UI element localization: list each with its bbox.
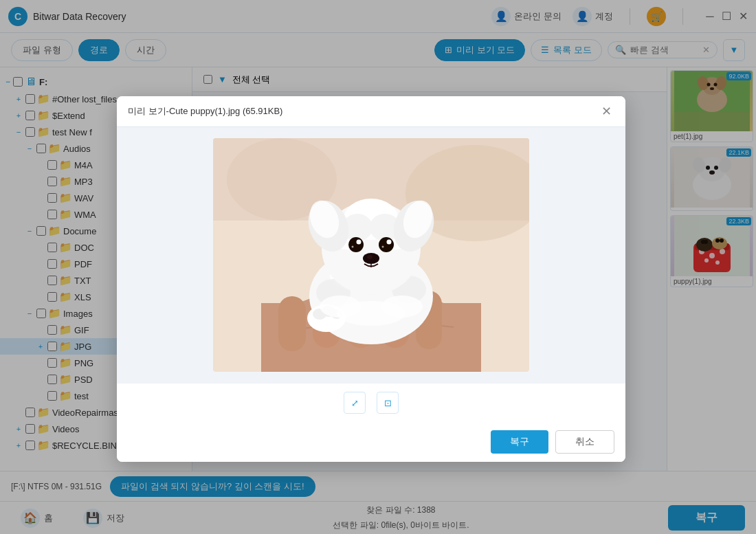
- svg-rect-37: [278, 296, 306, 351]
- modal-recover-button[interactable]: 복구: [491, 430, 548, 454]
- actual-size-button[interactable]: ⊡: [377, 392, 399, 414]
- fit-icon: ⤢: [351, 398, 359, 408]
- svg-point-62: [352, 246, 354, 248]
- svg-point-59: [379, 237, 394, 252]
- svg-point-72: [381, 296, 423, 318]
- modal-body: [117, 127, 625, 383]
- modal-actions: 복구 취소: [117, 422, 625, 462]
- svg-point-60: [357, 240, 362, 245]
- actual-size-icon: ⊡: [384, 398, 392, 408]
- preview-image: [213, 138, 529, 372]
- svg-point-63: [382, 246, 384, 248]
- modal-overlay: 미리 보기-Cute puppy(1).jpg (65.91KB) ✕: [0, 0, 756, 534]
- svg-point-65: [367, 255, 373, 259]
- modal-close-button[interactable]: ✕: [598, 103, 614, 120]
- fit-screen-button[interactable]: ⤢: [344, 392, 366, 414]
- svg-point-61: [387, 240, 392, 245]
- modal-header: 미리 보기-Cute puppy(1).jpg (65.91KB) ✕: [117, 96, 625, 127]
- modal-title: 미리 보기-Cute puppy(1).jpg (65.91KB): [128, 105, 598, 118]
- preview-modal: 미리 보기-Cute puppy(1).jpg (65.91KB) ✕: [117, 96, 625, 462]
- svg-point-58: [348, 237, 364, 252]
- modal-cancel-button[interactable]: 취소: [555, 430, 614, 454]
- svg-point-71: [320, 296, 361, 318]
- modal-footer: ⤢ ⊡: [117, 383, 625, 422]
